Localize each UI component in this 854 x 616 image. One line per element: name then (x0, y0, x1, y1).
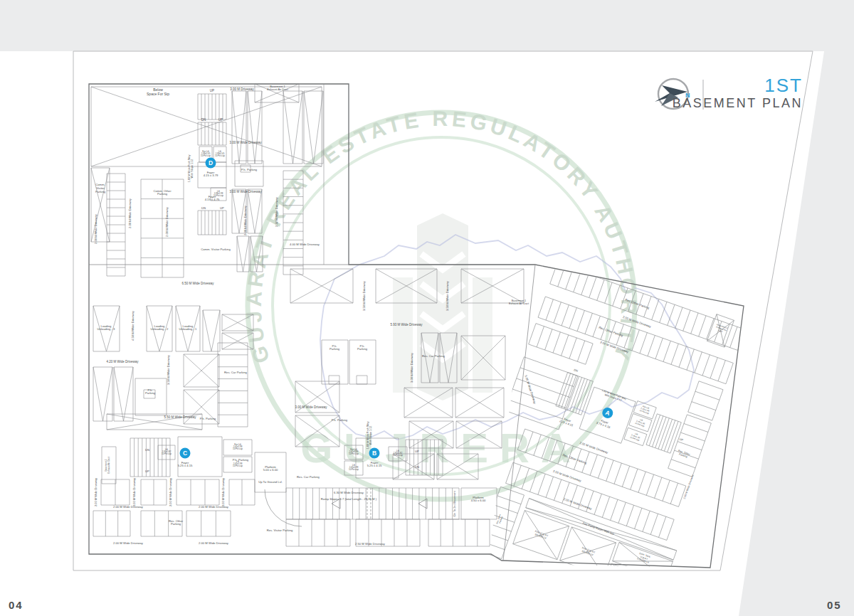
plan-label: UP (220, 206, 224, 210)
plan-label: 2.00 M Wide Driveway (199, 541, 229, 545)
plan-label: UP (145, 469, 149, 473)
plan-label: P.h. Parking (200, 417, 216, 420)
plan-label: 3.00 M Wide Driveway (295, 405, 327, 409)
foyer-marker-d: D (206, 158, 216, 169)
drawing-sheet-page: GUJARAT REAL ESTATE REGULATORY AUTHORITY… (0, 0, 854, 616)
foyer-marker-b: B (369, 448, 380, 459)
plan-number-title: 1ST (764, 75, 803, 96)
svg-text:D: D (209, 159, 213, 166)
plan-label: 3.50 M Wide Driveway (362, 280, 366, 311)
plan-label: 2.32 M Wide Driveway (275, 196, 278, 227)
plan-label: 2.00 M Wide Driveway (128, 198, 132, 228)
plan-label: 2.00 M Wide Driveway (243, 205, 247, 235)
plan-label: 2.00 M Wide Driveway (113, 505, 144, 509)
plan-label: P.h. Parking (241, 168, 258, 171)
plan-label: UP (218, 118, 223, 122)
plan-label: 3.00 M Wide Driveway (229, 141, 262, 144)
plan-label: Res. Car Parking (422, 354, 446, 358)
svg-text:C: C (183, 450, 187, 457)
plan-label: DN (145, 448, 149, 452)
plan-label: 3.00 M Driveway (230, 87, 254, 91)
plan-label: DN (415, 465, 419, 469)
plan-label: DN (201, 118, 206, 122)
plan-label: P.h. Parking (233, 458, 249, 462)
page-number-right: 05 (827, 599, 842, 611)
plan-label: 5.50 M Wide Driveway (164, 415, 196, 419)
plan-label: Res. Visitor Parking (267, 529, 293, 532)
plan-label: 5.93 M Wide Driveway (390, 323, 423, 326)
plan-label: Basement-1Exhaust Air Duct (105, 457, 110, 474)
plan-label: Up To Ground Lvl. (258, 480, 283, 484)
plan-label: 2.00 M Wide Driveway (221, 478, 225, 506)
watermark-bottom-text: GUJRERA (300, 425, 582, 471)
plan-label: UP (415, 450, 419, 453)
plan-label: 2.00 M Wide Driveway (165, 206, 169, 237)
svg-text:B: B (372, 450, 376, 457)
plan-label: 3.00 M Wide Driveway (229, 190, 262, 193)
plan-label: P.h. Parking (332, 418, 348, 422)
plan-label: 6.30 M Wide Driveway (334, 491, 364, 494)
plan-label: 3.50 M Wide Driveway (446, 280, 449, 311)
plan-label: 6.50 M Wide Driveway (181, 282, 214, 285)
plan-label: UP (210, 89, 214, 92)
plan-label: Comm.VisitorParking (95, 183, 106, 193)
plan-label: 3.00 M Wide Driveway (410, 352, 413, 383)
floor-plan-canvas: GUJARAT REAL ESTATE REGULATORY AUTHORITY… (0, 0, 854, 616)
plan-label: 2.00 M Wide Driveway (169, 478, 172, 506)
plan-label: 2.50 M Wide Driveway (355, 542, 386, 546)
plan-label: Dn To 2nd Basement (453, 490, 456, 516)
plan-label: 4.50 M Wide Driveway (131, 310, 135, 341)
plan-label: 3.50 M Wide Driveway (167, 354, 170, 385)
plan-label: 2.00 M Wide Driveway (113, 541, 144, 545)
plan-label: 2.00 M Wide Driveway (94, 478, 97, 506)
plan-label: 2.00 M Wide Driveway (199, 505, 229, 509)
plan-label: 4.20 M Wide Driveway (106, 360, 139, 363)
plan-label: 2.00 M Wide Driveway (132, 478, 136, 506)
plan-label: Comm. Visitor Parking (201, 248, 231, 251)
plan-label: 4.00 M Wide Driveway (290, 243, 320, 246)
plan-label: DN (201, 206, 206, 210)
plan-label: Ramp Slope= 1:7 (total Length - 29.35 M … (321, 497, 377, 501)
plan-label: Res. Car Parking (297, 475, 320, 479)
plan-label: Res. Car Parking (224, 371, 248, 374)
page-number-left: 04 (9, 599, 23, 611)
foyer-marker-c: C (180, 448, 191, 459)
plan-name-title: BASEMENT PLAN (673, 96, 803, 110)
plan-label: 2.00 M Wide Driveway (94, 213, 97, 244)
plan-label: Rain Water Tank Storage (621, 575, 650, 588)
